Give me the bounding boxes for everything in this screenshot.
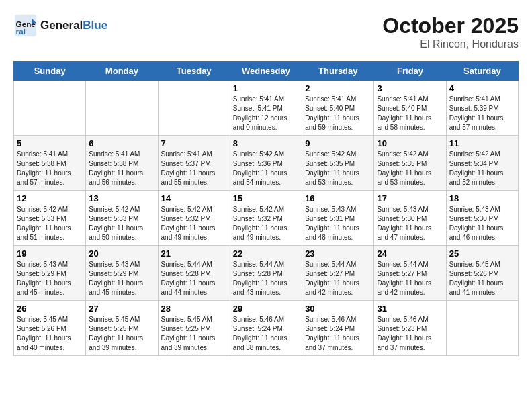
day-number: 20: [89, 248, 154, 259]
day-info: Sunrise: 5:42 AM Sunset: 5:35 PM Dayligh…: [377, 150, 443, 187]
day-number: 13: [89, 193, 154, 203]
calendar-cell: 6Sunrise: 5:41 AM Sunset: 5:38 PM Daylig…: [86, 136, 158, 191]
day-number: 22: [233, 248, 299, 259]
calendar-cell: 11Sunrise: 5:42 AM Sunset: 5:34 PM Dayli…: [446, 136, 518, 191]
day-number: 10: [377, 138, 443, 148]
day-number: 30: [305, 304, 371, 314]
day-number: 17: [377, 193, 443, 203]
calendar-week-5: 26Sunrise: 5:45 AM Sunset: 5:26 PM Dayli…: [14, 301, 519, 356]
calendar-cell: 2Sunrise: 5:41 AM Sunset: 5:40 PM Daylig…: [302, 81, 374, 136]
day-info: Sunrise: 5:41 AM Sunset: 5:37 PM Dayligh…: [161, 150, 227, 187]
col-header-monday: Monday: [86, 62, 158, 81]
col-header-wednesday: Wednesday: [230, 62, 302, 81]
calendar-cell: 22Sunrise: 5:44 AM Sunset: 5:28 PM Dayli…: [230, 246, 302, 301]
day-number: 23: [305, 248, 371, 259]
day-info: Sunrise: 5:41 AM Sunset: 5:40 PM Dayligh…: [305, 95, 371, 132]
day-info: Sunrise: 5:41 AM Sunset: 5:41 PM Dayligh…: [233, 95, 299, 132]
day-info: Sunrise: 5:42 AM Sunset: 5:36 PM Dayligh…: [233, 150, 299, 187]
calendar-cell: 20Sunrise: 5:43 AM Sunset: 5:29 PM Dayli…: [86, 246, 158, 301]
calendar-cell: 26Sunrise: 5:45 AM Sunset: 5:26 PM Dayli…: [14, 301, 86, 356]
day-number: 12: [17, 193, 83, 203]
calendar-cell: 9Sunrise: 5:42 AM Sunset: 5:35 PM Daylig…: [302, 136, 374, 191]
day-number: 21: [161, 248, 227, 259]
day-number: 19: [17, 248, 83, 259]
calendar-cell: 17Sunrise: 5:43 AM Sunset: 5:30 PM Dayli…: [374, 191, 446, 246]
day-info: Sunrise: 5:43 AM Sunset: 5:30 PM Dayligh…: [449, 205, 515, 242]
day-number: 11: [449, 138, 515, 148]
day-info: Sunrise: 5:41 AM Sunset: 5:38 PM Dayligh…: [17, 150, 83, 187]
calendar-cell: 14Sunrise: 5:42 AM Sunset: 5:32 PM Dayli…: [158, 191, 230, 246]
calendar-cell: 10Sunrise: 5:42 AM Sunset: 5:35 PM Dayli…: [374, 136, 446, 191]
calendar-cell: 25Sunrise: 5:45 AM Sunset: 5:26 PM Dayli…: [446, 246, 518, 301]
calendar-cell: 30Sunrise: 5:46 AM Sunset: 5:24 PM Dayli…: [302, 301, 374, 356]
svg-text:ral: ral: [16, 27, 26, 36]
day-info: Sunrise: 5:46 AM Sunset: 5:24 PM Dayligh…: [305, 315, 371, 353]
day-info: Sunrise: 5:42 AM Sunset: 5:35 PM Dayligh…: [305, 150, 371, 187]
day-info: Sunrise: 5:41 AM Sunset: 5:39 PM Dayligh…: [449, 95, 515, 132]
col-header-sunday: Sunday: [14, 62, 86, 81]
day-info: Sunrise: 5:44 AM Sunset: 5:28 PM Dayligh…: [233, 260, 299, 298]
calendar-cell: 29Sunrise: 5:46 AM Sunset: 5:24 PM Dayli…: [230, 301, 302, 356]
day-info: Sunrise: 5:43 AM Sunset: 5:30 PM Dayligh…: [377, 205, 443, 242]
day-number: 15: [233, 193, 299, 203]
col-header-tuesday: Tuesday: [158, 62, 230, 81]
day-number: 27: [89, 304, 154, 314]
calendar-cell: 5Sunrise: 5:41 AM Sunset: 5:38 PM Daylig…: [14, 136, 86, 191]
calendar-cell: 23Sunrise: 5:44 AM Sunset: 5:27 PM Dayli…: [302, 246, 374, 301]
calendar-header-row: SundayMondayTuesdayWednesdayThursdayFrid…: [14, 62, 519, 81]
day-number: 16: [305, 193, 371, 203]
logo-text-general: General: [40, 19, 83, 32]
col-header-thursday: Thursday: [302, 62, 374, 81]
logo-text-blue: Blue: [83, 19, 107, 32]
calendar-week-4: 19Sunrise: 5:43 AM Sunset: 5:29 PM Dayli…: [14, 246, 519, 301]
day-info: Sunrise: 5:45 AM Sunset: 5:26 PM Dayligh…: [17, 315, 83, 353]
day-number: 18: [449, 193, 515, 203]
logo-icon: Gene ral: [13, 13, 38, 38]
day-number: 6: [89, 138, 154, 148]
calendar-cell: [158, 81, 230, 136]
calendar-cell: 16Sunrise: 5:43 AM Sunset: 5:31 PM Dayli…: [302, 191, 374, 246]
calendar-cell: [446, 301, 518, 356]
day-info: Sunrise: 5:42 AM Sunset: 5:33 PM Dayligh…: [89, 205, 154, 242]
day-number: 7: [161, 138, 227, 148]
calendar-cell: 31Sunrise: 5:46 AM Sunset: 5:23 PM Dayli…: [374, 301, 446, 356]
calendar-table: SundayMondayTuesdayWednesdayThursdayFrid…: [13, 61, 519, 356]
calendar-cell: 4Sunrise: 5:41 AM Sunset: 5:39 PM Daylig…: [446, 81, 518, 136]
day-info: Sunrise: 5:42 AM Sunset: 5:32 PM Dayligh…: [161, 205, 227, 242]
calendar-cell: 7Sunrise: 5:41 AM Sunset: 5:37 PM Daylig…: [158, 136, 230, 191]
day-number: 14: [161, 193, 227, 203]
calendar-cell: 8Sunrise: 5:42 AM Sunset: 5:36 PM Daylig…: [230, 136, 302, 191]
day-info: Sunrise: 5:45 AM Sunset: 5:25 PM Dayligh…: [161, 315, 227, 353]
day-number: 9: [305, 138, 371, 148]
day-number: 4: [449, 83, 515, 93]
calendar-cell: 15Sunrise: 5:42 AM Sunset: 5:32 PM Dayli…: [230, 191, 302, 246]
day-number: 24: [377, 248, 443, 259]
day-info: Sunrise: 5:41 AM Sunset: 5:40 PM Dayligh…: [377, 95, 443, 132]
month-title: October 2025: [382, 13, 519, 38]
day-info: Sunrise: 5:43 AM Sunset: 5:31 PM Dayligh…: [305, 205, 371, 242]
day-info: Sunrise: 5:43 AM Sunset: 5:29 PM Dayligh…: [17, 260, 83, 298]
day-info: Sunrise: 5:44 AM Sunset: 5:27 PM Dayligh…: [377, 260, 443, 298]
day-info: Sunrise: 5:45 AM Sunset: 5:25 PM Dayligh…: [89, 315, 154, 353]
calendar-cell: 12Sunrise: 5:42 AM Sunset: 5:33 PM Dayli…: [14, 191, 86, 246]
day-info: Sunrise: 5:43 AM Sunset: 5:29 PM Dayligh…: [89, 260, 154, 298]
day-info: Sunrise: 5:44 AM Sunset: 5:27 PM Dayligh…: [305, 260, 371, 298]
calendar-cell: 18Sunrise: 5:43 AM Sunset: 5:30 PM Dayli…: [446, 191, 518, 246]
day-info: Sunrise: 5:44 AM Sunset: 5:28 PM Dayligh…: [161, 260, 227, 298]
day-number: 5: [17, 138, 83, 148]
calendar-week-3: 12Sunrise: 5:42 AM Sunset: 5:33 PM Dayli…: [14, 191, 519, 246]
day-info: Sunrise: 5:42 AM Sunset: 5:32 PM Dayligh…: [233, 205, 299, 242]
day-number: 28: [161, 304, 227, 314]
day-number: 8: [233, 138, 299, 148]
col-header-saturday: Saturday: [446, 62, 518, 81]
day-info: Sunrise: 5:42 AM Sunset: 5:33 PM Dayligh…: [17, 205, 83, 242]
calendar-cell: [86, 81, 158, 136]
calendar-cell: 24Sunrise: 5:44 AM Sunset: 5:27 PM Dayli…: [374, 246, 446, 301]
calendar-cell: 27Sunrise: 5:45 AM Sunset: 5:25 PM Dayli…: [86, 301, 158, 356]
calendar-cell: [14, 81, 86, 136]
logo: Gene ral GeneralBlue: [13, 13, 107, 38]
title-block: October 2025 El Rincon, Honduras: [382, 13, 519, 50]
calendar-week-1: 1Sunrise: 5:41 AM Sunset: 5:41 PM Daylig…: [14, 81, 519, 136]
day-number: 26: [17, 304, 83, 314]
location-subtitle: El Rincon, Honduras: [382, 38, 519, 50]
